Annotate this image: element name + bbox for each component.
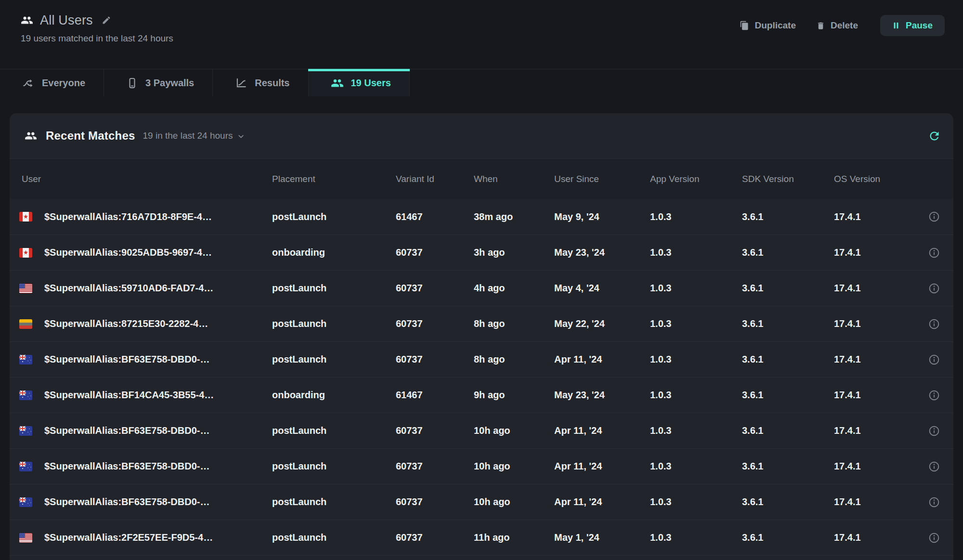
- info-cell: [915, 496, 953, 508]
- info-icon: [928, 532, 940, 544]
- table-row[interactable]: $SuperwallAlias:BF63E758-DBD0-…postLaunc…: [10, 413, 953, 448]
- user-cell: $SuperwallAlias:716A7D18-8F9E-4…: [10, 211, 272, 222]
- cell-placement: postLaunch: [272, 354, 396, 365]
- pause-button[interactable]: Pause: [880, 15, 945, 36]
- column-header-os-version: OS Version: [834, 174, 915, 184]
- user-alias: $SuperwallAlias:2F2E57EE-F9D5-4…: [44, 532, 213, 543]
- info-button[interactable]: [928, 247, 940, 259]
- cell-os-version: 17.4.1: [834, 211, 915, 222]
- tab-everyone[interactable]: Everyone: [0, 69, 104, 96]
- delete-label: Delete: [831, 20, 858, 31]
- pencil-icon: [102, 15, 111, 25]
- user-alias: $SuperwallAlias:BF63E758-DBD0-…: [44, 425, 209, 436]
- cell-user-since: May 4, '24: [554, 283, 650, 294]
- table-row[interactable]: $SuperwallAlias:BF63E758-DBD0-…postLaunc…: [10, 484, 953, 520]
- column-header-app-version: App Version: [650, 174, 742, 184]
- duplicate-label: Duplicate: [755, 20, 796, 31]
- info-cell: [915, 460, 953, 473]
- info-button[interactable]: [928, 353, 940, 366]
- delete-button[interactable]: Delete: [816, 20, 858, 31]
- duplicate-button[interactable]: Duplicate: [740, 20, 796, 31]
- cell-user-since: May 9, '24: [554, 211, 650, 222]
- tab-paywalls[interactable]: 3 Paywalls: [104, 69, 213, 96]
- info-icon: [928, 496, 940, 508]
- table-row[interactable]: $SuperwallAlias:BF63E758-DBD0-…postLaunc…: [10, 341, 953, 377]
- info-icon: [928, 460, 940, 473]
- cell-os-version: 17.4.1: [834, 247, 915, 258]
- panel-title: Recent Matches: [46, 129, 135, 143]
- column-header-sdk-version: SDK Version: [742, 174, 834, 184]
- users-icon: [25, 130, 37, 142]
- cell-sdk-version: 3.6.1: [742, 211, 834, 222]
- info-button[interactable]: [928, 389, 940, 402]
- info-button[interactable]: [928, 210, 940, 223]
- table-row[interactable]: $SuperwallAlias:BF14CA45-3B55-4…onboardi…: [10, 377, 953, 413]
- user-alias: $SuperwallAlias:BF63E758-DBD0-…: [44, 354, 209, 365]
- refresh-button[interactable]: [928, 130, 941, 143]
- tab-results[interactable]: Results: [213, 69, 308, 96]
- top-header: All Users 19 users matched in the last 2…: [0, 0, 963, 69]
- info-icon: [928, 353, 940, 366]
- cell-variant-id: 60737: [396, 354, 474, 365]
- cell-app-version: 1.0.3: [650, 496, 742, 508]
- column-header-variant-id: Variant Id: [396, 174, 474, 184]
- cell-app-version: 1.0.3: [650, 532, 742, 543]
- cell-sdk-version: 3.6.1: [742, 425, 834, 436]
- users-icon: [331, 77, 344, 90]
- info-button[interactable]: [928, 496, 940, 508]
- info-button[interactable]: [928, 532, 940, 544]
- cell-when: 8h ago: [474, 318, 554, 329]
- cell-user-since: May 23, '24: [554, 247, 650, 258]
- cell-os-version: 17.4.1: [834, 496, 915, 508]
- info-icon: [928, 389, 940, 402]
- info-icon: [928, 282, 940, 295]
- cell-placement: postLaunch: [272, 496, 396, 508]
- table-row[interactable]: $SuperwallAlias:2F2E57EE-F9D5-4…postLaun…: [10, 520, 953, 555]
- user-alias: $SuperwallAlias:716A7D18-8F9E-4…: [44, 211, 212, 222]
- table-row[interactable]: $SuperwallAlias:9025ADB5-9697-4…onboardi…: [10, 234, 953, 270]
- tab-results-label: Results: [255, 78, 289, 89]
- edit-title-button[interactable]: [102, 15, 111, 25]
- info-button[interactable]: [928, 318, 940, 330]
- next-row-partial: [10, 555, 953, 560]
- cell-when: 4h ago: [474, 283, 554, 294]
- cell-sdk-version: 3.6.1: [742, 283, 834, 294]
- cell-app-version: 1.0.3: [650, 247, 742, 258]
- cell-placement: postLaunch: [272, 461, 396, 472]
- cell-os-version: 17.4.1: [834, 461, 915, 472]
- column-header-user: User: [10, 174, 272, 184]
- info-button[interactable]: [928, 282, 940, 295]
- cell-user-since: May 22, '24: [554, 318, 650, 329]
- user-alias: $SuperwallAlias:BF63E758-DBD0-…: [44, 461, 209, 472]
- cell-placement: postLaunch: [272, 211, 396, 222]
- cell-when: 8h ago: [474, 354, 554, 365]
- cell-user-since: Apr 11, '24: [554, 354, 650, 365]
- duplicate-icon: [740, 21, 749, 30]
- pause-icon: [892, 22, 900, 29]
- table-row[interactable]: $SuperwallAlias:716A7D18-8F9E-4…postLaun…: [10, 199, 953, 234]
- cell-user-since: Apr 11, '24: [554, 461, 650, 472]
- info-cell: [915, 532, 953, 544]
- info-icon: [928, 425, 940, 437]
- cell-sdk-version: 3.6.1: [742, 354, 834, 365]
- user-cell: $SuperwallAlias:BF63E758-DBD0-…: [10, 354, 272, 365]
- recent-matches-panel: Recent Matches 19 in the last 24 hours U…: [10, 113, 953, 560]
- cell-app-version: 1.0.3: [650, 390, 742, 401]
- cell-sdk-version: 3.6.1: [742, 318, 834, 329]
- cell-placement: postLaunch: [272, 283, 396, 294]
- table-row[interactable]: $SuperwallAlias:59710AD6-FAD7-4…postLaun…: [10, 270, 953, 306]
- info-icon: [928, 210, 940, 223]
- chevron-down-icon: [237, 132, 245, 141]
- time-range-dropdown[interactable]: 19 in the last 24 hours: [143, 130, 245, 141]
- cell-user-since: Apr 11, '24: [554, 425, 650, 436]
- tab-paywalls-label: 3 Paywalls: [145, 78, 194, 89]
- user-cell: $SuperwallAlias:BF14CA45-3B55-4…: [10, 390, 272, 401]
- tab-users[interactable]: 19 Users: [309, 69, 410, 96]
- cell-when: 3h ago: [474, 247, 554, 258]
- table-header-row: User Placement Variant Id When User Sinc…: [10, 158, 953, 199]
- table-row[interactable]: $SuperwallAlias:BF63E758-DBD0-…postLaunc…: [10, 448, 953, 484]
- column-header-user-since: User Since: [554, 174, 650, 184]
- info-button[interactable]: [928, 460, 940, 473]
- info-button[interactable]: [928, 425, 940, 437]
- table-row[interactable]: $SuperwallAlias:87215E30-2282-4…postLaun…: [10, 306, 953, 341]
